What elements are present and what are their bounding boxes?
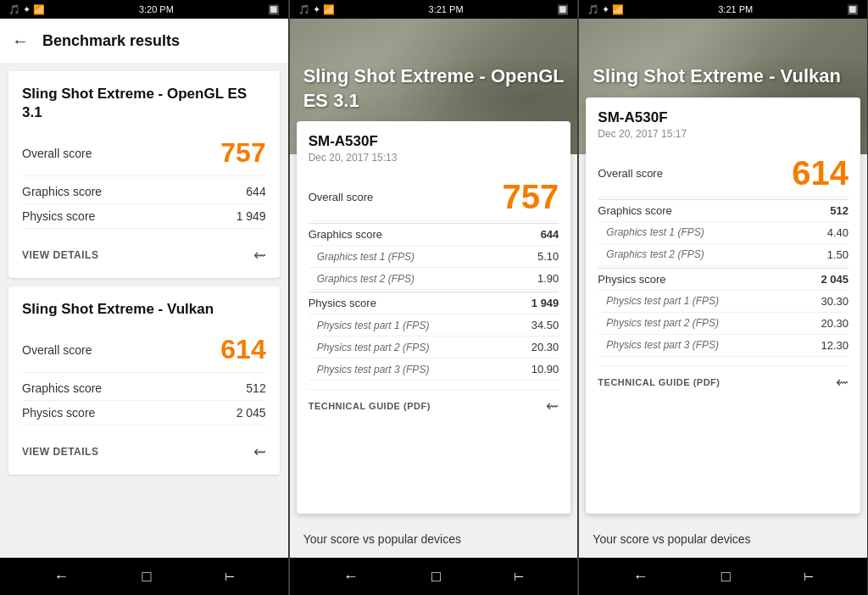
gfx-test2-label-2: Graphics test 2 (FPS) [309, 273, 415, 285]
graphics-label-2: Graphics score [22, 381, 102, 395]
gfx-test1-value-2: 5.10 [537, 250, 559, 263]
gfx-test2-row-2: Graphics test 2 (FPS) 1.90 [309, 268, 559, 290]
status-right-1: 🔲 [268, 4, 280, 15]
share-button-2[interactable]: ⇜ [253, 442, 266, 461]
gfx-test2-value-2: 1.90 [537, 272, 559, 285]
phy-test2-value-2: 20.30 [531, 341, 559, 353]
nav-back-2[interactable]: ← [337, 561, 365, 592]
physics-cat-value-2: 1 949 [531, 297, 559, 309]
nav-home-2[interactable]: □ [425, 561, 448, 592]
phy-test3-value-3: 12.30 [821, 339, 849, 352]
panel-1: 🎵 ✦ 📶 3:20 PM 🔲 ← Benchmark results Slin… [0, 0, 289, 595]
graphics-value-1: 644 [246, 185, 265, 198]
nav-bar-2: ← □ ⊢ [290, 558, 578, 595]
panel-2: 🎵 ✦ 📶 3:21 PM 🔲 ← ⇜ Sling Shot Extreme -… [289, 0, 579, 595]
physics-cat-row-3: Physics score 2 045 [598, 268, 849, 291]
nav-back-1[interactable]: ← [47, 561, 75, 592]
physics-label-1: Physics score [22, 209, 95, 223]
phy-test3-row-2: Physics test part 3 (FPS) 10.90 [309, 359, 559, 381]
card-title-vulkan: Sling Shot Extreme - Vulkan [22, 300, 266, 319]
bench-card-opengl: Sling Shot Extreme - OpenGL ES 3.1 Overa… [8, 71, 280, 278]
status-bar-3: 🎵 ✦ 📶 3:21 PM 🔲 [579, 0, 867, 19]
gfx-test1-label-2: Graphics test 1 (FPS) [309, 251, 415, 263]
overall-detail-value-2: 757 [503, 178, 559, 216]
phy-test3-row-3: Physics test part 3 (FPS) 12.30 [598, 335, 849, 357]
graphics-score-row-1: Graphics score 644 [22, 180, 266, 204]
status-left-2: 🎵 ✦ 📶 [298, 4, 335, 15]
graphics-value-2: 512 [246, 381, 265, 395]
gfx-test2-label-3: Graphics test 2 (FPS) [598, 248, 704, 260]
device-date-2: Dec 20, 2017 15:13 [309, 152, 559, 164]
nav-recent-3[interactable]: ⊢ [797, 563, 821, 590]
nav-home-3[interactable]: □ [715, 561, 737, 592]
graphics-cat-label-3: Graphics score [598, 204, 671, 217]
your-score-banner-3: Your score vs popular devices [579, 520, 867, 558]
status-bar-2: 🎵 ✦ 📶 3:21 PM 🔲 [290, 0, 578, 19]
view-details-button-2[interactable]: VIEW DETAILS [22, 446, 98, 458]
graphics-cat-value-2: 644 [541, 228, 559, 241]
phy-test3-label-3: Physics test part 3 (FPS) [598, 339, 719, 351]
overall-score-row-2: Overall score 614 [22, 331, 266, 373]
phy-test2-row-2: Physics test part 2 (FPS) 20.30 [309, 336, 559, 359]
phy-test1-row-3: Physics test part 1 (FPS) 30.30 [598, 291, 849, 313]
content-area-1: Sling Shot Extreme - OpenGL ES 3.1 Overa… [0, 63, 288, 558]
status-left-3: 🎵 ✦ 📶 [587, 4, 624, 15]
graphics-cat-value-3: 512 [830, 204, 849, 217]
overall-value-2: 614 [220, 334, 265, 365]
tech-guide-button-2[interactable]: TECHNICAL GUIDE (PDF) [309, 401, 431, 411]
gfx-test2-value-3: 1.50 [827, 248, 849, 261]
graphics-cat-row-3: Graphics score 512 [598, 199, 849, 222]
phy-test2-value-3: 20.30 [821, 317, 849, 330]
share-detail-button-2[interactable]: ⇜ [546, 397, 559, 415]
physics-value-1: 1 949 [236, 209, 266, 223]
nav-bar-1: ← □ ⊢ [0, 558, 288, 595]
physics-value-2: 2 045 [236, 406, 266, 420]
nav-back-3[interactable]: ← [626, 561, 654, 592]
status-bar-1: 🎵 ✦ 📶 3:20 PM 🔲 [0, 0, 288, 19]
device-date-3: Dec 20, 2017 15:17 [598, 128, 849, 140]
card-actions-1: VIEW DETAILS ⇜ [22, 239, 266, 264]
gfx-test2-row-3: Graphics test 2 (FPS) 1.50 [598, 244, 849, 266]
detail-bg-2: ← ⇜ Sling Shot Extreme - OpenGL ES 3.1 S… [290, 19, 578, 558]
status-time-2: 3:21 PM [429, 4, 464, 14]
your-score-banner-2: Your score vs popular devices [290, 520, 578, 558]
overall-detail-label-2: Overall score [309, 191, 374, 203]
device-name-3: SM-A530F [598, 109, 849, 126]
physics-cat-label-3: Physics score [598, 273, 665, 286]
view-details-button-1[interactable]: VIEW DETAILS [22, 249, 98, 261]
status-right-2: 🔲 [557, 4, 569, 15]
overall-label-2: Overall score [22, 343, 92, 357]
phy-test3-label-2: Physics test part 3 (FPS) [309, 364, 430, 375]
phy-test2-label-3: Physics test part 2 (FPS) [598, 317, 719, 329]
overall-detail-label-3: Overall score [598, 167, 663, 180]
status-left-1: 🎵 ✦ 📶 [8, 4, 45, 15]
nav-recent-1[interactable]: ⊢ [218, 563, 242, 590]
graphics-cat-row-2: Graphics score 644 [309, 223, 559, 246]
tech-guide-button-3[interactable]: TECHNICAL GUIDE (PDF) [598, 377, 720, 387]
status-time-1: 3:20 PM [139, 4, 174, 14]
nav-home-1[interactable]: □ [135, 561, 158, 592]
share-detail-button-3[interactable]: ⇜ [836, 373, 849, 392]
overall-value-1: 757 [220, 137, 265, 169]
back-icon-1[interactable]: ← [12, 31, 29, 51]
share-button-1[interactable]: ⇜ [253, 246, 266, 264]
gfx-test1-value-3: 4.40 [827, 226, 849, 239]
physics-cat-value-3: 2 045 [821, 273, 849, 286]
panel-3: 🎵 ✦ 📶 3:21 PM 🔲 ← ⇜ Sling Shot Extreme -… [578, 0, 868, 595]
phy-test2-label-2: Physics test part 2 (FPS) [309, 342, 430, 353]
graphics-cat-label-2: Graphics score [309, 228, 382, 241]
bench-card-vulkan: Sling Shot Extreme - Vulkan Overall scor… [8, 286, 280, 475]
detail-actions-3: TECHNICAL GUIDE (PDF) ⇜ [598, 365, 849, 392]
phy-test3-value-2: 10.90 [531, 363, 559, 375]
nav-recent-2[interactable]: ⊢ [507, 563, 531, 590]
card-actions-2: VIEW DETAILS ⇜ [22, 436, 266, 461]
phy-test2-row-3: Physics test part 2 (FPS) 20.30 [598, 313, 849, 335]
device-name-2: SM-A530F [309, 133, 559, 150]
physics-cat-label-2: Physics score [309, 297, 376, 309]
physics-label-2: Physics score [22, 406, 95, 420]
physics-score-row-2: Physics score 2 045 [22, 401, 266, 425]
overall-detail-row-2: Overall score 757 [309, 174, 559, 221]
physics-cat-row-2: Physics score 1 949 [309, 292, 559, 314]
phy-test1-value-3: 30.30 [821, 295, 849, 308]
overall-detail-row-3: Overall score 614 [598, 150, 849, 197]
